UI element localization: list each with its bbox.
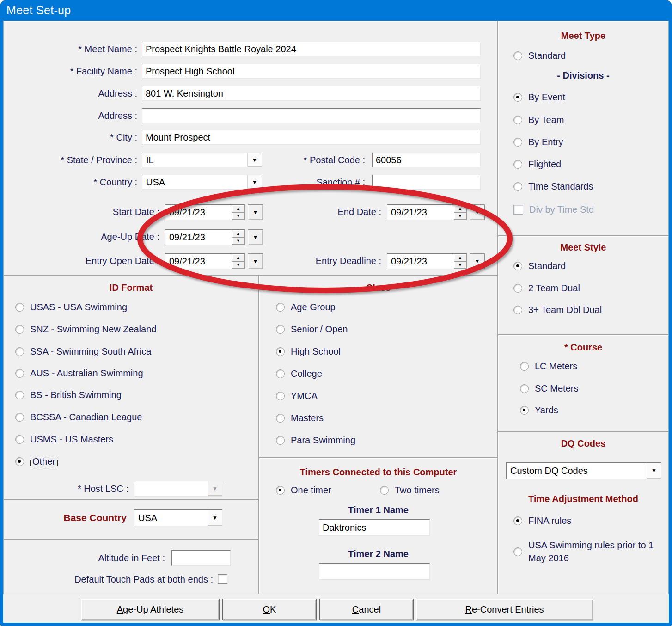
spin-up-icon[interactable]: ▲ <box>454 254 466 261</box>
end-date-spinner[interactable]: ▲▼ <box>454 205 466 220</box>
radio-icon[interactable] <box>520 406 529 415</box>
start-date-spinner[interactable]: ▲▼ <box>232 205 244 220</box>
ok-button[interactable]: OK <box>222 599 317 620</box>
radio-icon[interactable] <box>276 347 285 356</box>
spin-down-icon[interactable]: ▼ <box>232 212 244 220</box>
base-country-combo-arrow-icon[interactable]: ▼ <box>208 510 222 526</box>
country-combo[interactable]: USA ▼ <box>142 175 262 190</box>
age-up-date-dropdown-icon[interactable]: ▼ <box>248 229 263 245</box>
timers-option-two-timers[interactable]: Two timers <box>380 484 440 496</box>
radio-icon[interactable] <box>513 284 522 293</box>
time-adjustment-option-usa-pre-2016[interactable]: USA Swimming rules prior to 1 May 2016 <box>513 536 667 567</box>
spin-up-icon[interactable]: ▲ <box>232 254 244 261</box>
spin-down-icon[interactable]: ▼ <box>454 261 466 269</box>
entry-deadline-spinner[interactable]: ▲▼ <box>454 254 466 269</box>
id-format-option-bcssa[interactable]: BCSSA - Canadian League <box>15 411 142 423</box>
class-option-masters[interactable]: Masters <box>276 412 324 424</box>
reconvert-entries-button[interactable]: Re-Convert Entries <box>416 599 593 620</box>
entry-deadline-control[interactable]: 09/21/23▲▼ ▼ <box>387 253 485 269</box>
meet-type-option-time-standards[interactable]: Time Standards <box>513 180 593 192</box>
meet-style-option-standard[interactable]: Standard <box>513 260 566 272</box>
radio-icon[interactable] <box>15 369 24 378</box>
meet-style-option-3-team-dbl-dual[interactable]: 3+ Team Dbl Dual <box>513 304 602 316</box>
class-option-ymca[interactable]: YMCA <box>276 390 318 402</box>
spin-down-icon[interactable]: ▼ <box>232 261 244 269</box>
spin-up-icon[interactable]: ▲ <box>232 205 244 212</box>
course-option-sc-meters[interactable]: SC Meters <box>520 382 578 394</box>
host-lsc-combo[interactable]: ▼ <box>134 481 222 497</box>
spin-down-icon[interactable]: ▼ <box>454 212 466 220</box>
radio-icon[interactable] <box>276 486 285 495</box>
id-format-option-other[interactable]: Other <box>15 455 58 467</box>
id-format-option-usas[interactable]: USAS - USA Swimming <box>15 301 127 313</box>
timers-option-one-timer[interactable]: One timer <box>276 484 331 496</box>
radio-icon[interactable] <box>513 182 522 191</box>
radio-icon[interactable] <box>513 306 522 314</box>
host-lsc-combo-arrow-icon[interactable]: ▼ <box>208 481 222 496</box>
meet-type-option-standard[interactable]: Standard <box>513 49 566 61</box>
radio-icon[interactable] <box>276 325 285 334</box>
class-option-college[interactable]: College <box>276 368 322 380</box>
start-date-control[interactable]: 09/21/23▲▼ ▼ <box>165 204 263 220</box>
radio-icon[interactable] <box>513 116 522 124</box>
radio-icon[interactable] <box>513 160 522 169</box>
radio-icon[interactable] <box>15 303 24 312</box>
touch-pads-checkbox[interactable] <box>218 574 227 584</box>
radio-icon[interactable] <box>15 347 24 356</box>
radio-icon[interactable] <box>520 384 529 393</box>
spin-up-icon[interactable]: ▲ <box>232 230 244 237</box>
end-date-control[interactable]: 09/21/23▲▼ ▼ <box>387 204 485 220</box>
meet-type-option-by-event[interactable]: By Event <box>513 91 565 103</box>
class-option-high-school[interactable]: High School <box>276 345 341 357</box>
id-format-option-usms[interactable]: USMS - US Masters <box>15 433 113 445</box>
entry-open-date-control[interactable]: 09/21/23▲▼ ▼ <box>165 253 263 269</box>
spin-up-icon[interactable]: ▲ <box>454 205 466 212</box>
meet-type-option-flighted[interactable]: Flighted <box>513 158 561 170</box>
age-up-date-value[interactable]: 09/21/23 <box>165 230 232 245</box>
id-format-option-snz[interactable]: SNZ - Swimming New Zealand <box>15 323 156 335</box>
radio-icon[interactable] <box>520 362 529 371</box>
age-up-athletes-button[interactable]: Age-Up Athletes <box>81 599 220 620</box>
timer1-name-input[interactable] <box>319 519 430 536</box>
id-format-option-bs[interactable]: BS - British Swimming <box>15 389 122 401</box>
dq-codes-combo[interactable]: Custom DQ Codes ▼ <box>506 462 661 479</box>
end-date-dropdown-icon[interactable]: ▼ <box>470 204 485 220</box>
radio-icon[interactable] <box>15 391 24 399</box>
meet-style-option-2-team-dual[interactable]: 2 Team Dual <box>513 282 580 294</box>
radio-icon[interactable] <box>513 516 522 525</box>
address1-input[interactable] <box>142 86 481 101</box>
meet-type-option-by-entry[interactable]: By Entry <box>513 136 563 148</box>
base-country-combo[interactable]: USA ▼ <box>134 509 222 526</box>
radio-icon[interactable] <box>380 486 389 495</box>
radio-icon[interactable] <box>513 262 522 270</box>
meet-type-option-by-team[interactable]: By Team <box>513 114 564 126</box>
time-adjustment-option-fina[interactable]: FINA rules <box>513 515 571 527</box>
entry-deadline-value[interactable]: 09/21/23 <box>387 254 454 269</box>
radio-icon[interactable] <box>276 369 285 378</box>
id-format-option-ssa[interactable]: SSA - Swimming South Africa <box>15 345 151 357</box>
radio-icon[interactable] <box>276 303 285 312</box>
radio-icon[interactable] <box>276 392 285 400</box>
cancel-button[interactable]: Cancel <box>319 599 414 620</box>
radio-icon[interactable] <box>276 414 285 423</box>
sanction-input[interactable] <box>372 175 481 190</box>
radio-icon[interactable] <box>513 51 522 60</box>
class-option-age-group[interactable]: Age Group <box>276 301 336 313</box>
timer2-name-input[interactable] <box>319 563 430 580</box>
class-option-senior-open[interactable]: Senior / Open <box>276 323 348 335</box>
id-format-option-aus[interactable]: AUS - Australian Swimming <box>15 367 143 379</box>
checkbox-icon[interactable] <box>513 205 523 215</box>
entry-deadline-dropdown-icon[interactable]: ▼ <box>470 253 485 269</box>
radio-icon[interactable] <box>276 436 285 445</box>
age-up-date-spinner[interactable]: ▲▼ <box>232 230 244 245</box>
meet-name-input[interactable] <box>142 42 481 56</box>
age-up-date-control[interactable]: 09/21/23▲▼ ▼ <box>165 229 263 245</box>
entry-open-date-value[interactable]: 09/21/23 <box>165 254 232 269</box>
city-input[interactable] <box>142 130 481 145</box>
start-date-dropdown-icon[interactable]: ▼ <box>248 204 263 220</box>
end-date-value[interactable]: 09/21/23 <box>387 205 454 220</box>
start-date-value[interactable]: 09/21/23 <box>165 205 232 220</box>
postal-code-input[interactable] <box>372 153 481 167</box>
dq-codes-combo-arrow-icon[interactable]: ▼ <box>647 463 661 479</box>
radio-icon[interactable] <box>15 413 24 422</box>
